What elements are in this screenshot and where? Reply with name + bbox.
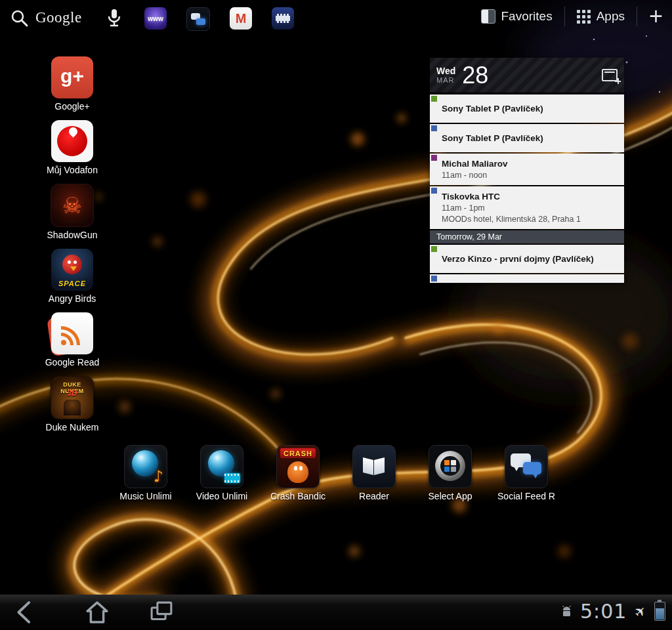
- calendar-day-month: Wed MAR: [436, 66, 455, 85]
- app-label: Reader: [359, 491, 389, 501]
- calendar-event-partial[interactable]: [430, 274, 624, 283]
- clock: 5:01: [580, 600, 627, 623]
- app-label: Select App: [429, 491, 472, 501]
- calendar-section-header: Tomorrow, 29 Mar: [430, 230, 624, 243]
- calendar-header[interactable]: Wed MAR 28: [430, 58, 624, 93]
- topbar-right-actions: Favorites Apps +: [481, 7, 663, 26]
- app-shortcut-select-app[interactable]: Select App: [412, 445, 488, 501]
- event-color-marker: [431, 155, 437, 161]
- back-arrow-icon: [9, 598, 41, 626]
- app-shortcut-crash-bandicoot[interactable]: CRASH Crash Bandic: [260, 445, 336, 501]
- app-shortcut-music-unlimited[interactable]: ♪ Music Unlimi: [108, 445, 184, 501]
- topbar-shortcut-row: www M: [144, 7, 294, 31]
- film-strip-icon: [224, 473, 240, 483]
- browser-shortcut-icon[interactable]: www: [144, 7, 167, 30]
- calendar-event[interactable]: Sony Tablet P (Pavlíček): [430, 94, 624, 123]
- open-book-icon: [363, 457, 373, 475]
- divider: [564, 7, 565, 26]
- favorites-button[interactable]: Favorites: [481, 9, 553, 24]
- calendar-event[interactable]: Sony Tablet P (Pavlíček): [430, 124, 624, 152]
- app-shortcut-vodafone[interactable]: Můj Vodafon: [36, 120, 108, 175]
- calendar-widget: Wed MAR 28 Sony Tablet P (Pavlíček) Sony…: [430, 58, 624, 283]
- app-label: Duke Nukem: [46, 422, 99, 432]
- bottom-app-row: ♪ Music Unlimi Video Unlimi CRASH Crash …: [108, 445, 564, 501]
- google-search-widget[interactable]: Google: [9, 8, 82, 28]
- event-time: 11am - noon: [442, 171, 618, 180]
- search-icon: [9, 8, 29, 28]
- calendar-day-number: 28: [462, 64, 488, 87]
- duke-3d-glyph: 3D: [51, 388, 93, 398]
- skull-icon: ☠: [51, 184, 93, 226]
- google-plus-glyph: g+: [51, 56, 93, 98]
- movies-shortcut-icon[interactable]: [272, 7, 294, 30]
- voice-search-button[interactable]: [107, 8, 121, 31]
- home-button[interactable]: [81, 598, 113, 626]
- left-app-column: g+ Google+ Můj Vodafon ☠ ShadowGun SPACE: [36, 56, 108, 432]
- top-action-bar: Google www M: [0, 0, 672, 37]
- event-title: Verzo Kinzo - první dojmy (Pavlíček): [442, 254, 618, 264]
- calendar-event[interactable]: Verzo Kinzo - první dojmy (Pavlíček): [430, 245, 624, 273]
- app-label: Crash Bandic: [270, 491, 326, 501]
- calendar-day-name: Wed: [436, 66, 455, 76]
- bird-icon: [62, 255, 82, 274]
- app-shortcut-google-reader[interactable]: Google Read: [36, 312, 108, 368]
- social-app-shortcut-icon[interactable]: [186, 7, 210, 31]
- app-shortcut-video-unlimited[interactable]: Video Unlimi: [184, 445, 260, 501]
- browser-www-glyph: www: [144, 7, 167, 30]
- angry-birds-icon: SPACE: [51, 249, 93, 291]
- favorites-icon: [481, 9, 495, 24]
- reader-icon: [352, 445, 396, 488]
- gmail-m-glyph: M: [230, 7, 252, 30]
- gmail-shortcut-icon[interactable]: M: [230, 7, 252, 30]
- android-home-screen: Google www M: [0, 0, 672, 630]
- crash-logo-glyph: CRASH: [284, 450, 312, 457]
- event-time: 11am - 1pm: [442, 203, 618, 213]
- app-label: Music Unlimi: [119, 491, 171, 501]
- vodafone-icon: [51, 120, 93, 162]
- calendar-event[interactable]: Michal Maliarov 11am - noon: [430, 154, 624, 185]
- system-navigation-bar: 5:01 ✈: [0, 595, 672, 630]
- favorites-label: Favorites: [501, 9, 553, 24]
- apps-button[interactable]: Apps: [577, 9, 625, 24]
- crash-character: [287, 461, 308, 483]
- back-button[interactable]: [9, 598, 41, 626]
- home-icon: [81, 598, 113, 626]
- app-shortcut-reader[interactable]: Reader: [336, 445, 412, 501]
- app-shortcut-angry-birds[interactable]: SPACE Angry Birds: [36, 249, 108, 304]
- app-label: ShadowGun: [47, 230, 97, 240]
- chat-bubble-icon: [196, 18, 205, 25]
- plus-icon: [615, 78, 621, 84]
- battery-icon: [654, 602, 665, 621]
- app-shortcut-social-feed-reader[interactable]: Social Feed R: [488, 445, 564, 501]
- ring-inner: [440, 456, 460, 476]
- app-shortcut-duke-nukem[interactable]: DUKE NUKEM 3D Duke Nukem: [36, 376, 108, 432]
- app-shortcut-google-plus[interactable]: g+ Google+: [36, 56, 108, 112]
- event-title: Sony Tablet P (Pavlíček): [442, 133, 618, 143]
- video-unlimited-icon: [200, 445, 243, 488]
- google-logo-text: Google: [35, 9, 82, 26]
- google-reader-icon: [51, 312, 93, 354]
- new-event-icon[interactable]: [602, 69, 618, 81]
- event-title: Sony Tablet P (Pavlíček): [442, 104, 618, 114]
- apps-grid-icon: [577, 10, 591, 24]
- glossy-sphere-icon: [208, 450, 234, 476]
- tile-square: [451, 460, 456, 465]
- calendar-event[interactable]: Tiskovka HTC 11am - 1pm MOODs hotel, Kli…: [430, 186, 624, 229]
- music-unlimited-icon: ♪: [124, 445, 167, 488]
- status-area[interactable]: 5:01 ✈: [561, 600, 665, 623]
- event-color-marker: [431, 188, 437, 194]
- select-app-icon: [429, 445, 472, 488]
- shadowgun-icon: ☠: [51, 184, 94, 227]
- app-shortcut-shadowgun[interactable]: ☠ ShadowGun: [36, 184, 108, 240]
- event-title: Michal Maliarov: [442, 159, 618, 169]
- add-widget-button[interactable]: +: [649, 7, 663, 26]
- app-label: Google Read: [45, 357, 100, 368]
- event-location: MOODs hotel, Klimentská 28, Praha 1: [442, 215, 618, 224]
- space-glyph: SPACE: [51, 280, 93, 287]
- recent-apps-button[interactable]: [146, 598, 177, 626]
- usb-debug-android-icon: [561, 605, 572, 618]
- battery-level: [656, 608, 664, 620]
- music-note-icon: ♪: [154, 467, 163, 486]
- social-feed-reader-icon: [505, 445, 548, 488]
- tile-square: [444, 467, 450, 472]
